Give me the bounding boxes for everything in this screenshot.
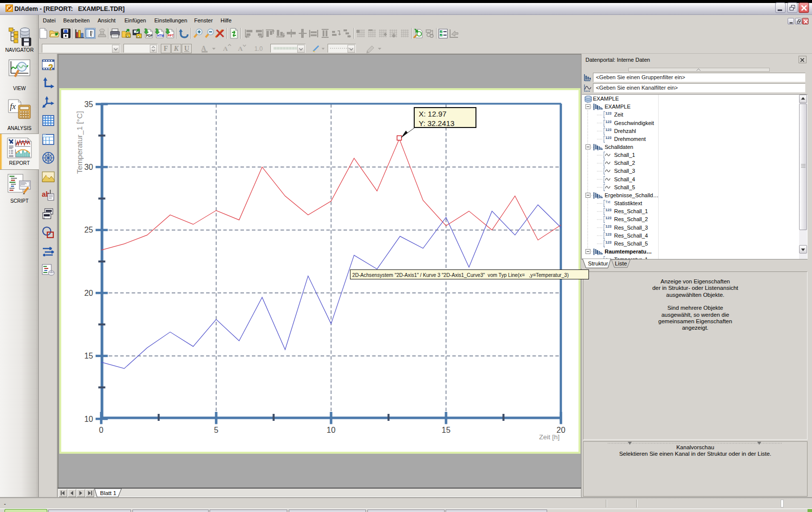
svg-text:fx: fx [10, 102, 16, 111]
svg-text:15: 15 [442, 426, 451, 434]
svg-text:20: 20 [84, 289, 93, 297]
svg-text:10: 10 [327, 426, 336, 434]
svg-text:PPT: PPT [168, 34, 174, 37]
svg-text:5: 5 [214, 426, 219, 434]
svg-text:123: 123 [605, 232, 611, 237]
svg-text:0: 0 [99, 426, 104, 434]
svg-text:PDF: PDF [146, 34, 153, 37]
svg-text:Blatt 1: Blatt 1 [100, 490, 116, 496]
svg-text:?: ? [48, 63, 53, 71]
svg-text:25: 25 [84, 226, 93, 234]
svg-text:Liste: Liste [615, 260, 627, 266]
svg-text:Struktur: Struktur [588, 260, 608, 266]
svg-text:Zeit [h]: Zeit [h] [539, 433, 560, 441]
svg-text:A: A [223, 45, 228, 52]
svg-text:10: 10 [84, 415, 93, 423]
svg-text:A: A [238, 45, 243, 52]
svg-text:Txt: Txt [605, 200, 610, 204]
svg-text:123: 123 [605, 216, 611, 220]
svg-text:123: 123 [605, 224, 611, 229]
svg-text:HTM: HTM [157, 34, 164, 37]
svg-text:35: 35 [84, 100, 93, 109]
svg-text:Temperatur_1 [°C]: Temperatur_1 [°C] [75, 111, 84, 174]
svg-text:123: 123 [605, 240, 611, 245]
svg-text:123: 123 [605, 111, 611, 116]
svg-text:123: 123 [605, 128, 611, 132]
svg-text:123: 123 [605, 208, 611, 212]
svg-text:123: 123 [605, 120, 611, 124]
svg-text:15: 15 [84, 352, 93, 360]
svg-text:123: 123 [605, 135, 611, 140]
svg-text:30: 30 [84, 163, 93, 171]
